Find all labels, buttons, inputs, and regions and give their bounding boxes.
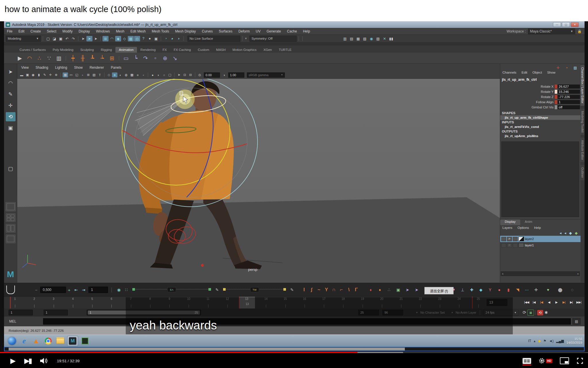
channel-key-swatch[interactable] — [555, 90, 557, 94]
animation-preferences-icon[interactable]: ✱ — [543, 310, 549, 315]
layout-persp-outliner-button[interactable] — [6, 235, 16, 243]
workspace-dropdown[interactable]: Maya Classic* ▼ — [528, 28, 575, 34]
safe-title-icon[interactable]: T — [97, 72, 102, 77]
layer-visibility-toggle[interactable] — [501, 237, 506, 241]
bookmark-icon[interactable]: ▮ — [36, 72, 42, 77]
scale-constraint-icon[interactable]: ▫ — [151, 54, 160, 62]
scrollbar-thumb[interactable] — [9, 348, 405, 350]
shelf-tab-sculpting[interactable]: Sculpting — [77, 47, 97, 53]
exposure-icon[interactable]: ◎ — [197, 72, 202, 77]
channel-value-field[interactable]: 1 — [558, 100, 580, 104]
motion-trail-icon[interactable]: ◠ — [25, 54, 34, 62]
increment-button[interactable]: + — [66, 288, 72, 292]
channel-box-menu-edit[interactable]: Edit — [522, 71, 527, 74]
parent-constraint-icon[interactable]: ▭ — [122, 54, 130, 62]
aim-constraint-icon[interactable]: ⊕ — [161, 54, 169, 62]
shelf-tab-turtle[interactable]: TURTLE — [275, 47, 295, 53]
move-layer-up-icon[interactable]: ◂ — [560, 231, 562, 235]
menu-edit-mesh[interactable]: Edit Mesh — [130, 29, 146, 33]
animbot-value-field[interactable]: 0,500 — [40, 287, 66, 293]
channel-key-swatch[interactable] — [555, 95, 557, 99]
menu-file[interactable]: File — [7, 29, 12, 33]
pencil-icon[interactable]: ✎ — [288, 288, 296, 292]
tray-network-icon[interactable]: ▂▄▆ — [556, 339, 564, 343]
capture-app-icon[interactable] — [80, 336, 90, 346]
menu-windows[interactable]: Windows — [96, 29, 110, 33]
sidebar-tab-attribute-editor[interactable]: Attribute Editor — [581, 138, 585, 162]
snap-grid-icon[interactable]: ⊞ — [102, 36, 109, 41]
xray-icon[interactable]: ⊡ — [182, 72, 187, 77]
prev-key-icon[interactable]: ⇤ — [72, 288, 80, 292]
undo-icon[interactable]: ↶ — [64, 36, 70, 41]
film-gate-icon[interactable]: ▭ — [68, 72, 74, 77]
tween-curve-button[interactable]: ~ — [315, 287, 323, 293]
axis-orient-icon[interactable]: ✛ — [555, 65, 561, 70]
shadows-icon[interactable]: ▫ — [141, 72, 146, 77]
shelf-tab-xgen[interactable]: XGen — [260, 47, 275, 53]
viewport-menu-shading[interactable]: Shading — [36, 66, 48, 70]
lasso-tool[interactable]: ◠ — [6, 78, 16, 88]
new-scene-icon[interactable]: ▢ — [45, 36, 51, 41]
menu-edit[interactable]: Edit — [18, 29, 24, 33]
wire-on-shaded-icon[interactable]: ▩ — [129, 72, 135, 77]
multisample-icon[interactable]: ○ — [161, 72, 167, 77]
colorspace-dropdown[interactable]: sRGB gamma▼ — [247, 72, 285, 78]
history-off-icon[interactable]: ◕ — [169, 36, 175, 41]
layer-editor-tab-anim[interactable]: Anim — [520, 219, 537, 225]
toon-shader-icon[interactable]: ▨ — [375, 36, 381, 41]
pencil-icon[interactable]: ✎ — [213, 288, 221, 292]
tween-curve-button[interactable]: \ — [345, 287, 353, 293]
image-plane-icon[interactable]: ✎ — [42, 72, 47, 77]
open-scene-icon[interactable]: ◪ — [51, 36, 57, 41]
selection-lock-icon[interactable]: ▣ — [153, 36, 159, 41]
menu-deform[interactable]: Deform — [238, 29, 249, 33]
vlc-icon[interactable]: ▲ — [31, 336, 41, 346]
key-red-icon[interactable]: ♦ — [367, 288, 374, 292]
fullscreen-button[interactable] — [577, 357, 583, 364]
snap-point-icon[interactable]: ◆ — [115, 36, 121, 41]
viewport-menu-panels[interactable]: Panels — [111, 66, 121, 70]
set-key-scale-icon[interactable]: ┶ — [98, 54, 107, 62]
snap-center-icon[interactable]: ◎ — [134, 36, 140, 41]
tween-curve-button[interactable]: Y — [323, 287, 330, 293]
channel-value-field[interactable]: 15.246 — [558, 90, 580, 94]
key-orange-icon[interactable]: ♦ — [376, 288, 384, 292]
construction-history-icon[interactable]: ◑ — [175, 36, 181, 41]
redo-icon[interactable]: ↷ — [70, 36, 76, 41]
close-button[interactable]: ✕ — [571, 22, 579, 27]
menu-display[interactable]: Display — [79, 29, 90, 33]
grease-pencil-icon[interactable]: ▥ — [55, 54, 63, 62]
step-forward-frame-button[interactable]: ▶| — [568, 298, 575, 306]
history-on-icon[interactable]: ◔ — [163, 36, 169, 41]
screen-ao-icon[interactable]: ● — [150, 72, 155, 77]
select-component-icon[interactable]: ➤ — [93, 36, 99, 41]
channel-value-field[interactable]: off — [558, 105, 580, 109]
orient-constraint-icon[interactable]: ↷ — [141, 54, 150, 62]
live-surface-field[interactable]: No Live Surface — [187, 36, 240, 42]
tray-language-indicator[interactable]: IT — [528, 339, 531, 343]
subtitles-button[interactable] — [523, 358, 531, 364]
step-forward-key-button[interactable]: ▶| — [560, 298, 567, 306]
menu-surfaces[interactable]: Surfaces — [219, 29, 232, 33]
unghost-icon[interactable]: ∵ — [45, 54, 53, 62]
select-hierarchy-icon[interactable]: ➤ — [80, 36, 86, 41]
snap-view-icon[interactable]: ▦ — [128, 36, 134, 41]
textured-icon[interactable]: ◐ — [118, 72, 123, 77]
ground-ctrl-dot[interactable] — [201, 264, 204, 267]
oversc-icon[interactable]: ⊕ — [53, 72, 59, 77]
align-icon[interactable]: ⊥ — [459, 288, 466, 292]
layer-display-toggle[interactable] — [513, 243, 518, 248]
animbot-frame-field[interactable]: 1 — [88, 287, 108, 293]
tray-volume-icon[interactable]: ◄) — [549, 339, 554, 343]
layer-row[interactable]: Player2 — [500, 236, 581, 242]
shelf-tab-rigging[interactable]: Rigging — [97, 47, 115, 53]
menu-create[interactable]: Create — [30, 29, 41, 33]
ramp-icon[interactable]: ◥ — [514, 288, 521, 292]
channel-row[interactable]: Follow Align1 — [500, 99, 581, 104]
playblast-icon[interactable]: ▶ — [16, 54, 24, 62]
god-mode-icon[interactable]: ▣ — [394, 288, 402, 292]
viewport-menu-lighting[interactable]: Lighting — [55, 66, 67, 70]
tween-curve-button[interactable]: ⌐ — [338, 287, 345, 293]
search-icon[interactable]: ◌ — [568, 288, 576, 292]
layer-row[interactable]: Player1 — [500, 242, 581, 248]
